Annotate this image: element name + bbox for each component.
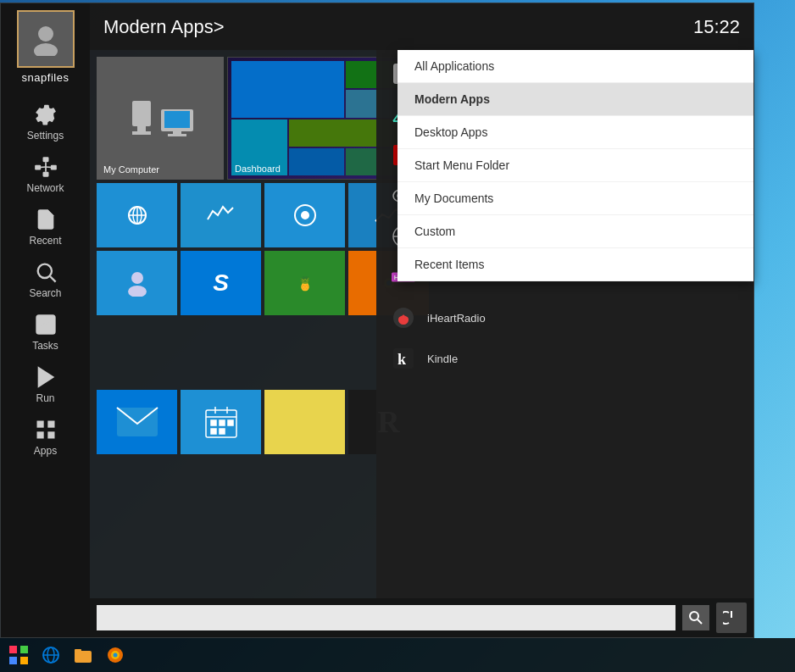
svg-rect-26 [168, 134, 186, 136]
svg-rect-17 [47, 421, 54, 428]
dropdown-recent-items[interactable]: Recent Items [398, 248, 753, 281]
app-item-iheartradio[interactable]: iHeartRadio [376, 297, 753, 338]
svg-line-7 [37, 167, 45, 168]
svg-rect-3 [42, 172, 48, 177]
start-menu: snapfiles Settings Network Recent Search… [0, 3, 754, 638]
svg-point-12 [37, 264, 51, 278]
sidebar-item-settings[interactable]: Settings [8, 96, 84, 148]
taskbar-explorer-button[interactable] [68, 640, 98, 670]
svg-point-32 [302, 212, 309, 219]
header-time: 15:22 [693, 16, 740, 38]
sidebar-label-tasks: Tasks [32, 340, 58, 352]
sidebar-item-recent[interactable]: Recent [8, 201, 84, 253]
svg-text:k: k [398, 351, 406, 368]
main-content: Modern Apps> 15:22 [90, 3, 753, 637]
svg-line-49 [698, 619, 702, 624]
svg-point-81 [114, 653, 118, 658]
svg-rect-44 [220, 420, 225, 425]
svg-point-1 [34, 43, 58, 56]
app-title: snapfiles [22, 71, 69, 84]
svg-point-33 [131, 272, 143, 284]
header: Modern Apps> 15:22 [90, 3, 753, 50]
taskbar-ie-button[interactable] [36, 640, 66, 670]
sidebar-label-run: Run [36, 392, 54, 404]
tile-sm-person[interactable] [97, 251, 177, 315]
tile-sm-calendar[interactable] [181, 390, 261, 454]
dropdown-my-documents[interactable]: My Documents [398, 182, 753, 215]
taskbar-start-button[interactable] [3, 640, 34, 670]
svg-marker-15 [38, 369, 52, 386]
svg-rect-18 [36, 431, 43, 438]
svg-rect-2 [42, 157, 48, 162]
sidebar-item-apps[interactable]: Apps [8, 411, 84, 464]
svg-rect-20 [132, 101, 151, 126]
sidebar-item-tasks[interactable]: Tasks [8, 306, 84, 358]
search-input[interactable] [97, 605, 675, 630]
svg-rect-46 [211, 429, 216, 434]
dashboard-label: Dashboard [235, 164, 281, 174]
app-label-iheartradio: iHeartRadio [427, 312, 486, 325]
tile-sm-3[interactable] [264, 183, 345, 247]
dropdown-start-menu-folder[interactable]: Start Menu Folder [398, 149, 753, 182]
search-button[interactable] [682, 605, 709, 630]
sidebar-label-network: Network [26, 182, 64, 194]
sidebar-label-search: Search [29, 287, 61, 299]
sidebar-item-run[interactable]: Run [8, 358, 84, 411]
svg-rect-21 [137, 126, 146, 131]
app-item-kindle[interactable]: k Kindle [376, 338, 753, 379]
power-button[interactable] [716, 603, 747, 633]
svg-point-48 [690, 612, 698, 620]
svg-point-0 [38, 26, 53, 42]
svg-rect-19 [47, 431, 54, 438]
user-avatar[interactable] [17, 10, 75, 68]
app-icon-iheartradio [390, 304, 417, 331]
svg-rect-24 [164, 111, 190, 128]
svg-rect-45 [228, 420, 233, 425]
tile-sm-skype[interactable]: S [181, 251, 261, 315]
svg-rect-25 [173, 131, 181, 134]
dropdown-custom[interactable]: Custom [398, 215, 753, 248]
svg-line-13 [50, 276, 55, 281]
svg-line-8 [46, 167, 53, 168]
tile-sm-1[interactable] [97, 183, 177, 247]
dropdown-menu: All Applications Modern Apps Desktop App… [398, 50, 753, 281]
tile-sm-mail[interactable] [97, 390, 177, 454]
svg-rect-71 [20, 646, 28, 653]
svg-rect-47 [220, 429, 225, 434]
svg-point-34 [128, 286, 147, 297]
sidebar-item-search[interactable]: Search [8, 253, 84, 306]
tile-sm-pineapple[interactable]: 🍍 [264, 251, 345, 315]
svg-rect-78 [75, 649, 81, 653]
svg-rect-77 [75, 651, 92, 663]
sidebar-label-settings: Settings [27, 130, 64, 142]
svg-rect-22 [132, 131, 151, 135]
sidebar-item-network[interactable]: Network [8, 148, 84, 201]
app-icon-kindle: k [390, 345, 417, 372]
sidebar-label-recent: Recent [29, 235, 61, 247]
taskbar-firefox-button[interactable] [100, 640, 131, 670]
dropdown-modern-apps[interactable]: Modern Apps [398, 83, 753, 116]
bottom-bar [90, 598, 753, 637]
my-computer-label: My Computer [103, 164, 159, 175]
tile-sm-sticky[interactable] [264, 390, 345, 454]
tile-my-computer[interactable]: My Computer [97, 57, 224, 180]
svg-rect-43 [211, 420, 216, 425]
svg-rect-73 [20, 657, 28, 664]
tile-sm-2[interactable] [181, 183, 261, 247]
dropdown-desktop-apps[interactable]: Desktop Apps [398, 116, 753, 149]
sidebar-label-apps: Apps [34, 445, 57, 457]
sidebar: snapfiles Settings Network Recent Search… [1, 3, 90, 637]
svg-rect-72 [9, 657, 17, 664]
svg-rect-70 [9, 646, 17, 653]
svg-rect-16 [36, 421, 43, 428]
taskbar [0, 638, 795, 672]
app-label-kindle: Kindle [427, 353, 458, 365]
header-title: Modern Apps> [103, 16, 224, 38]
dropdown-all-applications[interactable]: All Applications [398, 50, 753, 83]
